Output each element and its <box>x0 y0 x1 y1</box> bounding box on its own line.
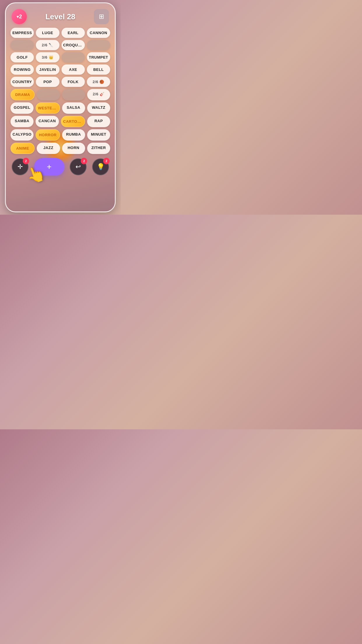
level-title: Level 28 <box>45 12 75 21</box>
undo-badge: 2 <box>81 158 87 164</box>
word-earl[interactable]: EARL <box>61 28 85 38</box>
move-icon: ✛ <box>17 163 23 171</box>
word-faded-2 <box>87 40 110 50</box>
grid-button[interactable]: ⊞ <box>94 9 109 24</box>
undo-button[interactable]: ↩ 2 <box>70 158 87 175</box>
word-bell[interactable]: BELL <box>87 64 110 75</box>
word-faded-3 <box>61 52 85 62</box>
add-button[interactable]: + <box>34 158 64 176</box>
word-country[interactable]: COUNTRY <box>10 77 34 87</box>
word-jazz[interactable]: JAZZ <box>37 143 60 154</box>
word-row-3: GOLF 3/6 👑 TRUMPET <box>10 52 110 62</box>
word-row-4: ROWING JAVELIN AXE BELL <box>10 64 110 75</box>
move-badge: 2 <box>23 158 29 164</box>
word-grid: EMPRESS LUGE EARL CANNON 2/6 🔪 CROQUET G… <box>9 28 111 154</box>
word-javelin[interactable]: JAVELIN <box>36 64 59 75</box>
word-row-8: SAMBA CANCAN CARTOON RAP <box>10 116 110 127</box>
lives-count: 2 <box>19 14 22 20</box>
counter-guitar[interactable]: 2/6 🎸 <box>87 89 110 100</box>
counter-basketball[interactable]: 2/6 🏀 <box>87 77 110 87</box>
word-faded-1 <box>10 40 34 50</box>
move-button[interactable]: ✛ 2 <box>12 158 29 175</box>
hint-icon: 💡 <box>97 163 105 171</box>
counter-crown[interactable]: 3/6 👑 <box>36 52 59 62</box>
word-croquet[interactable]: CROQUET <box>61 40 85 50</box>
word-horn[interactable]: HORN <box>62 143 85 154</box>
hint-button[interactable]: 💡 2 <box>92 158 109 175</box>
word-empress[interactable]: EMPRESS <box>10 28 34 38</box>
word-row-6: DRAMA 2/6 🎸 <box>10 89 110 100</box>
word-cannon[interactable]: CANNON <box>87 28 110 38</box>
hint-badge: 2 <box>103 158 110 164</box>
word-waltz[interactable]: WALTZ <box>87 102 110 114</box>
word-drama[interactable]: DRAMA <box>10 89 35 100</box>
word-calypso[interactable]: CALYPSO <box>10 129 34 141</box>
word-anime[interactable]: ANIME <box>10 143 35 154</box>
word-row-1: EMPRESS LUGE EARL CANNON <box>10 28 110 38</box>
word-cancan[interactable]: CANCAN <box>36 116 59 127</box>
word-row-10: ANIME JAZZ HORN ZITHER <box>10 143 110 154</box>
counter-knife[interactable]: 2/6 🔪 <box>36 40 59 50</box>
word-gospel[interactable]: GOSPEL <box>10 102 34 114</box>
word-salsa[interactable]: SALSA <box>62 102 85 114</box>
word-trumpet[interactable]: TRUMPET <box>87 52 110 62</box>
word-row-5: COUNTRY POP FOLK 2/6 🏀 <box>10 77 110 87</box>
word-zither[interactable]: ZITHER <box>87 143 110 154</box>
word-horror[interactable]: HORROR <box>36 129 60 141</box>
bottom-bar: ✛ 2 + ↩ 2 💡 2 <box>9 154 111 177</box>
undo-icon: ↩ <box>75 163 81 171</box>
word-luge[interactable]: LUGE <box>36 28 59 38</box>
word-row-9: CALYPSO HORROR RUMBA MINUET <box>10 129 110 141</box>
word-row-2: 2/6 🔪 CROQUET <box>10 40 110 50</box>
word-rap[interactable]: RAP <box>87 116 110 127</box>
word-minuet[interactable]: MINUET <box>87 129 110 141</box>
word-axe[interactable]: AXE <box>61 64 85 75</box>
word-rumba[interactable]: RUMBA <box>62 129 85 141</box>
header: 2 Level 28 ⊞ <box>9 8 111 28</box>
word-pop[interactable]: POP <box>36 77 59 87</box>
word-faded-4 <box>37 89 60 100</box>
word-folk[interactable]: FOLK <box>61 77 85 87</box>
word-row-7: GOSPEL WESTERN SALSA WALTZ <box>10 102 110 114</box>
word-samba[interactable]: SAMBA <box>10 116 34 127</box>
word-cartoon[interactable]: CARTOON <box>61 116 85 127</box>
phone-frame: 2 Level 28 ⊞ EMPRESS LUGE EARL CANNON 2/… <box>5 2 116 212</box>
word-western[interactable]: WESTERN <box>36 102 60 114</box>
word-rowing[interactable]: ROWING <box>10 64 34 75</box>
lives-badge: 2 <box>12 9 27 24</box>
word-faded-5 <box>62 89 85 100</box>
word-golf[interactable]: GOLF <box>10 52 34 62</box>
add-icon: + <box>47 162 52 171</box>
